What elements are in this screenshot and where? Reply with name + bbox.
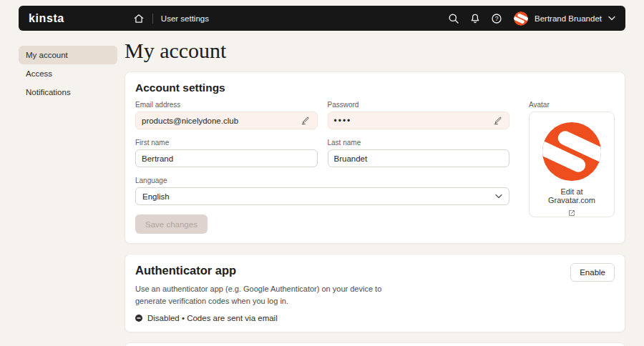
- user-name[interactable]: Bertrand Bruandet: [535, 14, 602, 23]
- password-value: ••••: [334, 116, 492, 126]
- sidebar-item-label: Access: [26, 69, 52, 78]
- topbar: kinsta User settings ?: [19, 6, 625, 31]
- sidebar-item-label: My account: [26, 51, 68, 59]
- edit-password-icon[interactable]: [492, 115, 503, 127]
- disabled-status-icon: [135, 315, 142, 322]
- avatar-card: Edit at Gravatar.com: [529, 112, 615, 217]
- email-field[interactable]: products@nicelydone.club: [135, 112, 318, 129]
- language-label: Language: [135, 177, 509, 184]
- topbar-breadcrumb-nav: User settings: [133, 13, 209, 24]
- svg-text:?: ?: [495, 15, 499, 22]
- language-select[interactable]: English: [135, 187, 509, 205]
- authenticator-heading: Authenticator app: [135, 264, 615, 277]
- gravatar-edit-text: Edit at Gravatar.com: [538, 187, 605, 204]
- sidebar-item-notifications[interactable]: Notifications: [19, 83, 117, 102]
- page-title: My account: [125, 37, 625, 64]
- account-settings-heading: Account settings: [135, 81, 615, 94]
- settings-sidebar: My account Access Notifications: [19, 46, 117, 102]
- email-value: products@nicelydone.club: [142, 117, 300, 125]
- password-label: Password: [328, 101, 510, 109]
- select-chevron-down-icon: [495, 194, 502, 199]
- sidebar-item-label: Notifications: [26, 88, 71, 97]
- main-content: My account Account settings Email addres…: [125, 37, 625, 346]
- account-settings-form: Email address products@nicelydone.club: [135, 101, 509, 234]
- authenticator-status: Disabled • Codes are sent via email: [135, 314, 615, 322]
- password-field[interactable]: ••••: [328, 112, 510, 129]
- breadcrumb: User settings: [161, 14, 209, 23]
- last-name-label: Last name: [328, 139, 510, 147]
- status-text: Disabled • Codes are sent via email: [147, 314, 278, 322]
- last-name-input[interactable]: [328, 149, 510, 167]
- language-value: English: [142, 192, 495, 201]
- external-link-icon: [567, 207, 576, 220]
- home-icon[interactable]: [133, 13, 145, 24]
- avatar-image: [542, 122, 601, 181]
- account-settings-card: Account settings Email address products@…: [125, 71, 625, 244]
- sidebar-item-access[interactable]: Access: [19, 64, 117, 83]
- avatar-section: Avatar Edit at Gravatar.com: [529, 101, 615, 234]
- authenticator-description: Use an authenticator app (e.g. Google Au…: [135, 283, 414, 307]
- enable-authenticator-button[interactable]: Enable: [570, 263, 615, 282]
- edit-email-icon[interactable]: [300, 115, 311, 127]
- first-name-label: First name: [135, 139, 318, 147]
- email-label: Email address: [135, 101, 318, 109]
- bell-icon[interactable]: [469, 13, 481, 24]
- avatar-label: Avatar: [529, 101, 615, 109]
- help-icon[interactable]: ?: [491, 13, 502, 24]
- first-name-input[interactable]: [135, 149, 318, 167]
- kinsta-logo: kinsta: [29, 12, 64, 25]
- search-icon[interactable]: [448, 13, 459, 24]
- gravatar-edit-link[interactable]: Edit at Gravatar.com: [538, 187, 605, 220]
- topbar-divider: [152, 14, 153, 24]
- chevron-down-icon[interactable]: [608, 16, 615, 21]
- authenticator-card: Authenticator app Enable Use an authenti…: [125, 254, 625, 332]
- save-changes-button[interactable]: Save changes: [135, 214, 208, 234]
- git-service-card: Connect with Git service GitHub: [125, 342, 625, 346]
- user-avatar[interactable]: [514, 11, 528, 26]
- sidebar-item-my-account[interactable]: My account: [19, 46, 117, 64]
